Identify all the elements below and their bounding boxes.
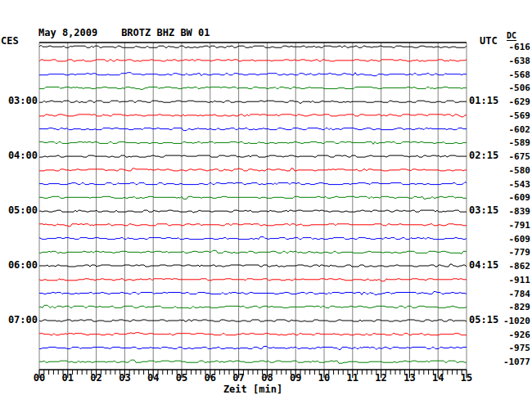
right-time-label: 01:15 [469, 96, 498, 106]
dc-value: -911 [487, 275, 530, 285]
dc-value: -926 [487, 330, 530, 340]
dc-value: -602 [487, 124, 530, 135]
dc-column-header: DC [507, 31, 516, 41]
dc-value: -829 [487, 302, 530, 312]
dc-value: -609 [487, 234, 530, 245]
dc-value: -638 [487, 56, 530, 66]
left-time-label: 05:00 [1, 205, 38, 216]
x-tick-label: 02 [83, 373, 110, 384]
dc-value: -543 [487, 179, 530, 190]
x-tick-label: 03 [110, 373, 138, 384]
right-time-label: 03:15 [469, 205, 498, 216]
dc-value: -791 [487, 220, 530, 231]
dc-value: -784 [487, 289, 530, 299]
seismic-trace-green [39, 250, 467, 254]
seismic-trace-blue [39, 237, 467, 240]
x-tick-label: 08 [253, 373, 281, 384]
seismic-trace-blue [39, 292, 467, 295]
seismic-trace-red [39, 224, 467, 227]
x-tick-label: 09 [282, 373, 309, 384]
helicorder-app: May 8,2009 BROTZ BHZ BW 01 CES UTC DC -6… [0, 0, 532, 404]
seismic-trace-green [39, 305, 467, 308]
dc-value: -1077 [487, 357, 530, 367]
right-time-label: 02:15 [469, 150, 498, 161]
seismic-trace-black [39, 101, 467, 103]
seismic-trace-green [39, 360, 467, 363]
x-tick-label: 00 [25, 373, 53, 384]
seismic-trace-blue [39, 347, 467, 350]
left-timezone-label: CES [1, 36, 19, 47]
dc-value: -616 [487, 42, 530, 52]
x-tick-label: 15 [453, 373, 480, 384]
x-tick-label: 10 [310, 373, 338, 384]
seismic-trace-black [39, 264, 467, 267]
seismic-trace-red [39, 279, 467, 281]
left-time-label: 03:00 [1, 96, 38, 106]
seismic-trace-green [39, 87, 467, 89]
dc-value: -568 [487, 70, 530, 80]
left-time-label: 07:00 [1, 315, 38, 325]
dc-value: -975 [487, 343, 530, 353]
x-tick-label: 06 [196, 373, 224, 384]
seismic-trace-black [39, 210, 467, 213]
x-tick-label: 01 [54, 373, 82, 384]
dc-value: -580 [487, 165, 530, 176]
right-time-label: 04:15 [469, 260, 498, 271]
seismic-trace-blue [39, 182, 467, 185]
dc-value: -569 [487, 110, 530, 121]
seismic-trace-red [39, 168, 467, 171]
x-tick-label: 04 [139, 373, 167, 384]
left-time-label: 04:00 [1, 150, 38, 161]
seismic-trace-red [39, 114, 467, 117]
x-tick-label: 13 [395, 373, 423, 384]
x-tick-label: 12 [367, 373, 395, 384]
seismic-trace-blue [39, 128, 467, 131]
right-time-label: 05:15 [469, 315, 498, 325]
dc-value: -779 [487, 247, 530, 258]
dc-value: -506 [487, 83, 530, 93]
left-time-label: 06:00 [1, 260, 38, 271]
dc-value: -609 [487, 192, 530, 203]
seismic-trace-green [39, 141, 467, 144]
seismic-trace-black [39, 45, 467, 47]
seismogram-plot [0, 0, 532, 404]
plot-title: May 8,2009 BROTZ BHZ BW 01 [38, 28, 210, 38]
seismic-trace-black [39, 320, 467, 321]
seismic-trace-green [39, 196, 467, 199]
seismic-trace-red [39, 60, 467, 61]
x-tick-label: 05 [168, 373, 196, 384]
seismic-trace-black [39, 155, 467, 157]
x-tick-label: 14 [424, 373, 452, 384]
seismic-trace-red [39, 333, 467, 335]
seismic-trace-blue [39, 73, 467, 76]
dc-value: -589 [487, 137, 530, 148]
x-tick-label: 07 [225, 373, 253, 384]
x-tick-label: 11 [339, 373, 367, 384]
x-axis-title: Zeit [min] [39, 384, 467, 395]
